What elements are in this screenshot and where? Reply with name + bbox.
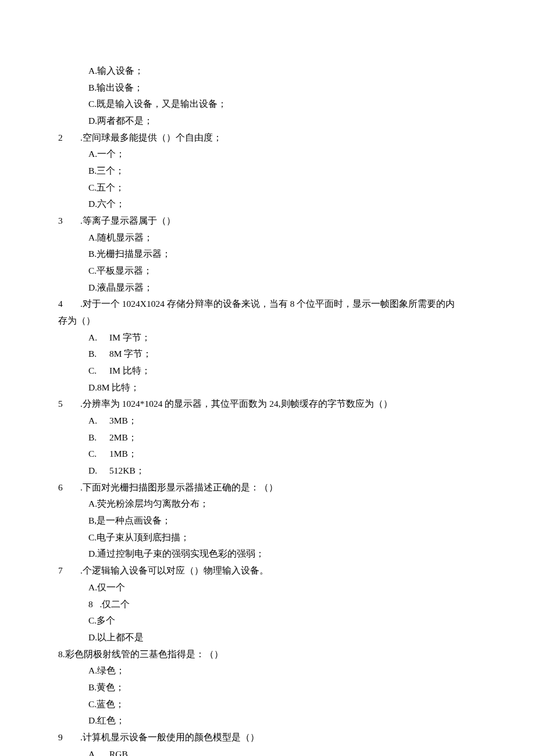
question-text: .下面对光栅扫描图形显示器描述正确的是：（） bbox=[80, 479, 477, 496]
option-c: C.既是输入设备，又是输出设备； bbox=[88, 96, 477, 113]
question-number: 3 bbox=[58, 213, 70, 230]
question-2: 2 .空间球最多能提供（）个自由度； bbox=[58, 130, 477, 146]
question-number: 6 bbox=[58, 479, 70, 496]
question-number: 2 bbox=[58, 130, 70, 146]
question-5: 5 .分辨率为 1024*1024 的显示器，其位平面数为 24,则帧缓存的字节… bbox=[58, 396, 477, 413]
option-a: A.一个； bbox=[88, 146, 477, 163]
option-d: D.红色； bbox=[88, 712, 477, 729]
option-b: B.输出设备； bbox=[88, 80, 477, 96]
question-text: .计算机显示设备一般使用的颜色模型是（） bbox=[80, 729, 477, 746]
option-block: A.绿色； B.黄色； C.蓝色； D.红色； bbox=[58, 662, 477, 729]
option-b: B.黄色； bbox=[88, 679, 477, 696]
option-a: A.随机显示器； bbox=[88, 230, 477, 246]
option-c: C.多个 bbox=[88, 612, 477, 629]
option-d: D.两者都不是； bbox=[88, 113, 477, 130]
question-3: 3 .等离子显示器属于（） bbox=[58, 213, 477, 230]
option-a: A.输入设备； bbox=[88, 63, 477, 80]
question-text: .对于一个 1024X1024 存储分辩率的设备来说，当有 8 个位平面时，显示… bbox=[80, 296, 477, 313]
option-a: A.绿色； bbox=[88, 662, 477, 679]
option-d: D.以上都不是 bbox=[88, 629, 477, 646]
option-c: C.五个； bbox=[88, 180, 477, 196]
option-d: D.8M 比特； bbox=[88, 379, 477, 396]
orphan-option-block: A.输入设备； B.输出设备； C.既是输入设备，又是输出设备； D.两者都不是… bbox=[58, 63, 477, 130]
question-6: 6 .下面对光栅扫描图形显示器描述正确的是：（） bbox=[58, 479, 477, 496]
option-block: A.荧光粉涂层均匀离散分布； B,是一种点画设备； C.电子束从顶到底扫描； D… bbox=[58, 496, 477, 562]
option-b: B.2MB； bbox=[88, 429, 477, 446]
option-a: A.RGB bbox=[88, 746, 477, 756]
option-a: A.IM 字节； bbox=[88, 329, 477, 346]
option-block: A.IM 字节； B.8M 字节； C.IM 比特； D.8M 比特； bbox=[58, 329, 477, 396]
question-number: 5 bbox=[58, 396, 70, 413]
option-a: A.仅一个 bbox=[88, 579, 477, 596]
question-text: .个逻辑输入设备可以对应（）物理输入设备。 bbox=[80, 562, 477, 579]
question-4-cont: 存为（） bbox=[58, 313, 477, 329]
option-block: A.RGB bbox=[58, 746, 477, 756]
question-number: 4 bbox=[58, 296, 70, 313]
option-b: B.三个； bbox=[88, 163, 477, 180]
question-text: .彩色阴极射线管的三基色指得是：（） bbox=[63, 649, 223, 659]
option-b: B.光栅扫描显示器； bbox=[88, 246, 477, 263]
question-number: 9 bbox=[58, 729, 70, 746]
question-4: 4 .对于一个 1024X1024 存储分辩率的设备来说，当有 8 个位平面时，… bbox=[58, 296, 477, 313]
option-c: C.电子束从顶到底扫描； bbox=[88, 529, 477, 546]
option-block: A.3MB； B.2MB； C.1MB； D.512KB； bbox=[58, 413, 477, 479]
question-number: 8 bbox=[58, 649, 63, 659]
question-text: .空间球最多能提供（）个自由度； bbox=[80, 130, 477, 146]
question-7: 7 .个逻辑输入设备可以对应（）物理输入设备。 bbox=[58, 562, 477, 579]
question-text: .分辨率为 1024*1024 的显示器，其位平面数为 24,则帧缓存的字节数应… bbox=[80, 396, 477, 413]
document-page: A.输入设备； B.输出设备； C.既是输入设备，又是输出设备； D.两者都不是… bbox=[0, 0, 535, 756]
option-block: A.仅一个 8 .仅二个 C.多个 D.以上都不是 bbox=[58, 579, 477, 646]
option-c: C.IM 比特； bbox=[88, 363, 477, 379]
option-d: D.液晶显示器； bbox=[88, 280, 477, 296]
option-b: B.8M 字节； bbox=[88, 346, 477, 363]
option-c: C.平板显示器； bbox=[88, 263, 477, 280]
question-9: 9 .计算机显示设备一般使用的颜色模型是（） bbox=[58, 729, 477, 746]
question-number: 7 bbox=[58, 562, 70, 579]
option-a: A.荧光粉涂层均匀离散分布； bbox=[88, 496, 477, 513]
option-c: C.1MB； bbox=[88, 446, 477, 463]
option-block: A.随机显示器； B.光栅扫描显示器； C.平板显示器； D.液晶显示器； bbox=[58, 230, 477, 296]
question-text: .等离子显示器属于（） bbox=[80, 213, 477, 230]
option-b: 8 .仅二个 bbox=[88, 596, 477, 613]
option-d: D.512KB； bbox=[88, 463, 477, 479]
option-c: C.蓝色； bbox=[88, 696, 477, 713]
question-8: 8.彩色阴极射线管的三基色指得是：（） bbox=[58, 646, 477, 663]
option-d: D.通过控制电子束的强弱实现色彩的强弱； bbox=[88, 546, 477, 562]
option-block: A.一个； B.三个； C.五个； D.六个； bbox=[58, 146, 477, 213]
option-b: B,是一种点画设备； bbox=[88, 513, 477, 529]
option-a: A.3MB； bbox=[88, 413, 477, 429]
option-d: D.六个； bbox=[88, 196, 477, 213]
